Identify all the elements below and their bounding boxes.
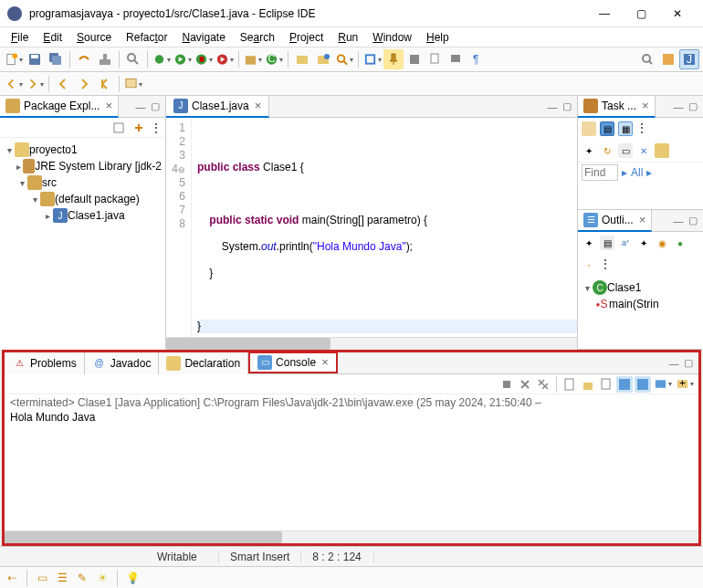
remove-all-icon[interactable]: [535, 376, 551, 393]
package-explorer-tab[interactable]: Package Expl... ×: [0, 96, 119, 118]
book-icon[interactable]: ▭: [34, 570, 50, 586]
all-label[interactable]: All: [631, 166, 643, 179]
open-task-button[interactable]: [313, 49, 333, 69]
view-menu-icon[interactable]: ⋮: [151, 121, 162, 134]
toggle-button[interactable]: [446, 49, 467, 69]
whatsnew-icon[interactable]: ☀: [94, 570, 110, 586]
task-list-tab[interactable]: Task ... ×: [578, 96, 656, 118]
open-type-button[interactable]: [292, 49, 312, 69]
console-output[interactable]: <terminated> Clase1 [Java Application] C…: [5, 394, 698, 530]
show-console-icon[interactable]: [635, 376, 651, 393]
minimize-editor-icon[interactable]: —: [546, 100, 559, 113]
maximize-view-icon[interactable]: ▢: [149, 100, 162, 113]
outline-class[interactable]: ▾ C Clase1: [582, 279, 699, 296]
tree-project[interactable]: ▾ proyecto1: [4, 142, 162, 158]
menu-source[interactable]: Source: [69, 29, 119, 46]
minimize-button[interactable]: —: [586, 1, 623, 26]
link-button[interactable]: [425, 49, 446, 69]
collapse-all-icon[interactable]: [110, 120, 127, 136]
sample-icon[interactable]: ✎: [74, 570, 90, 586]
new-package-button[interactable]: ▾: [243, 49, 263, 69]
new-class-button[interactable]: C▾: [264, 49, 284, 69]
search-button[interactable]: ▾: [334, 49, 354, 69]
find-input[interactable]: [582, 164, 618, 181]
menu-edit[interactable]: Edit: [36, 29, 69, 46]
tree-java-file[interactable]: ▸ J Clase1.java: [4, 207, 162, 224]
categorize-icon[interactable]: ▦: [618, 121, 633, 136]
menu-search[interactable]: Search: [233, 29, 282, 46]
hide-fields-icon[interactable]: ✦: [636, 236, 651, 250]
java-perspective-button[interactable]: J: [679, 49, 699, 69]
quick-access-button[interactable]: [637, 49, 657, 69]
x-icon[interactable]: ✕: [636, 143, 651, 158]
open-console-icon[interactable]: +▾: [675, 376, 695, 393]
minimize-view-icon[interactable]: —: [134, 100, 147, 113]
remove-launch-icon[interactable]: [517, 376, 533, 393]
display-icon[interactable]: ▾: [653, 376, 673, 393]
hide-local-icon[interactable]: ◦: [582, 257, 596, 272]
menu-refactor[interactable]: Refactor: [119, 29, 174, 46]
declaration-tab[interactable]: Declaration: [159, 352, 248, 374]
prev-annotation-icon[interactable]: ⇠: [4, 570, 20, 586]
collapse-icon[interactable]: ▭: [618, 143, 633, 158]
sync-icon[interactable]: ↻: [600, 143, 614, 158]
close-icon[interactable]: ×: [639, 213, 646, 226]
save-button[interactable]: [25, 49, 45, 69]
wand-icon[interactable]: ✦: [582, 143, 596, 158]
folder-icon[interactable]: [655, 143, 669, 158]
prev-edit-button[interactable]: [53, 74, 73, 94]
maximize-button[interactable]: ▢: [623, 1, 659, 26]
link-editor-icon[interactable]: [131, 120, 147, 136]
outline-tab[interactable]: ☰ Outli... ×: [578, 210, 652, 232]
new-task-icon[interactable]: [582, 121, 596, 136]
new-button[interactable]: ▾: [4, 49, 24, 69]
menu-file[interactable]: File: [4, 29, 36, 46]
pin-console-icon[interactable]: [616, 376, 633, 393]
view-menu-icon[interactable]: ⋮: [600, 257, 611, 272]
run-button[interactable]: ▾: [173, 49, 193, 69]
tutorial-icon[interactable]: ☰: [54, 570, 70, 586]
debug-button[interactable]: ▾: [152, 49, 172, 69]
word-wrap-icon[interactable]: [598, 376, 614, 393]
filter-icon[interactable]: ▤: [600, 121, 614, 136]
paragraph-icon[interactable]: ¶: [467, 49, 488, 69]
tree-default-package[interactable]: ▾ (default package): [4, 191, 162, 207]
pin-button[interactable]: [383, 49, 404, 69]
maximize-icon[interactable]: ▢: [687, 215, 699, 227]
focus-icon[interactable]: ✦: [582, 236, 596, 250]
maximize-editor-icon[interactable]: ▢: [561, 100, 573, 113]
az-icon[interactable]: aᶻ: [618, 236, 633, 250]
tag-button[interactable]: [404, 49, 425, 69]
next-edit-button[interactable]: [74, 74, 94, 94]
close-icon[interactable]: ×: [642, 99, 649, 112]
annotations-button[interactable]: ▾: [362, 49, 383, 69]
back-button[interactable]: ▾: [4, 74, 24, 94]
menu-run[interactable]: Run: [331, 29, 365, 46]
save-all-button[interactable]: [46, 49, 66, 69]
menu-help[interactable]: Help: [419, 29, 456, 46]
close-icon[interactable]: ×: [321, 355, 329, 369]
perspective-button[interactable]: [658, 49, 678, 69]
tip-icon[interactable]: 💡: [124, 570, 141, 586]
outline-method[interactable]: ●S main(Strin: [582, 296, 699, 312]
problems-tab[interactable]: ⚠ Problems: [5, 352, 85, 374]
last-edit-button[interactable]: [95, 74, 115, 94]
tree-jre[interactable]: ▸ JRE System Library [jdk-2: [4, 158, 162, 174]
close-button[interactable]: ✕: [659, 1, 696, 26]
close-icon[interactable]: ×: [105, 99, 112, 112]
view-menu-icon[interactable]: ⋮: [636, 121, 647, 136]
editor-hscroll[interactable]: [166, 337, 577, 350]
code-editor[interactable]: 1234⊖5678 public class Clase1 { public s…: [166, 118, 577, 337]
console-hscroll[interactable]: [5, 530, 698, 543]
menu-window[interactable]: Window: [365, 29, 419, 46]
menu-project[interactable]: Project: [282, 29, 331, 46]
menu-navigate[interactable]: Navigate: [174, 29, 232, 46]
hide-nonpublic-icon[interactable]: ●: [673, 236, 687, 250]
search-icon[interactable]: [123, 49, 143, 69]
show-in-button[interactable]: ▾: [123, 74, 143, 94]
maximize-icon[interactable]: ▢: [687, 100, 699, 113]
javadoc-tab[interactable]: @ Javadoc: [85, 352, 160, 374]
forward-button[interactable]: ▾: [25, 74, 45, 94]
hide-static-icon[interactable]: ◉: [655, 236, 669, 250]
clear-console-icon[interactable]: [561, 376, 578, 393]
